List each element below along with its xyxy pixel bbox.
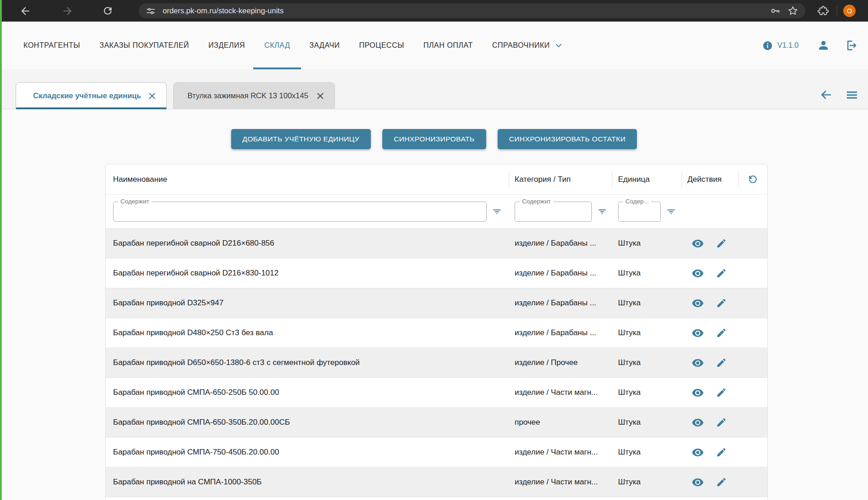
category-filter-input[interactable] [515, 202, 591, 221]
filter-icon[interactable] [597, 207, 607, 216]
filter-icon[interactable] [492, 207, 502, 216]
close-tab-icon[interactable] [147, 91, 157, 101]
user-profile-icon[interactable] [817, 39, 830, 52]
nav-item-directories[interactable]: СПРАВОЧНИКИ [492, 22, 563, 69]
table-row: Барабан перегибной сварной D216×680-856 … [106, 229, 767, 258]
info-icon[interactable] [762, 40, 773, 51]
tab-strip: Складские учётные единицы Втулка зажимна… [0, 69, 868, 109]
row-actions [681, 476, 738, 489]
row-actions [681, 387, 738, 399]
nav-item-customer-orders[interactable]: ЗАКАЗЫ ПОКУПАТЕЛЕЙ [100, 22, 189, 69]
extensions-icon[interactable] [817, 5, 829, 17]
tab-stock-keeping-units[interactable]: Складские учётные единицы [16, 82, 167, 109]
row-category: прочее [509, 418, 612, 427]
tabs-back-arrow-icon[interactable] [819, 88, 833, 101]
add-unit-button[interactable]: ДОБАВИТЬ УЧЁТНУЮ ЕДИНИЦУ [231, 129, 371, 149]
row-actions [681, 237, 738, 250]
password-key-icon[interactable] [769, 5, 782, 17]
filter-icon[interactable] [666, 207, 676, 216]
row-name: Барабан приводной D650×650-1380-6 ст3 с … [106, 358, 509, 367]
nav-item-contragents[interactable]: КОНТРАГЕНТЫ [23, 22, 80, 69]
chevron-down-icon [554, 41, 563, 50]
screen-capture-strip [0, 0, 2, 500]
unit-filter-input[interactable] [618, 202, 660, 221]
table-refresh-icon[interactable] [738, 164, 767, 194]
name-filter-field: Содержит [113, 202, 487, 222]
table-row: Барабан перегибной сварной D216×830-1012… [106, 258, 767, 288]
edit-pencil-icon[interactable] [716, 417, 727, 428]
edit-pencil-icon[interactable] [716, 477, 727, 488]
row-name: Барабан приводной на СМПА-1000-350Б [106, 478, 509, 487]
table-row: Барабан приводной на СМПА-1000-350Б изде… [106, 467, 767, 497]
row-name: Барабан перегибной сварной D216×830-1012 [106, 269, 509, 278]
header-name: Наименование [106, 164, 509, 194]
row-unit: Штука [612, 239, 681, 248]
row-category: изделие / Барабаны ... [509, 328, 612, 337]
synchronize-button[interactable]: СИНХРОНИЗИРОВАТЬ [382, 129, 486, 149]
row-unit: Штука [612, 328, 681, 337]
row-unit: Штука [612, 358, 681, 367]
synchronize-stock-button[interactable]: СИНХРОНИЗИРОВАТЬ ОСТАТКИ [498, 129, 637, 149]
table-body: Барабан перегибной сварной D216×680-856 … [106, 229, 767, 497]
browser-address-bar[interactable]: orders.pk-om.ru/stock-keeping-units [139, 3, 806, 18]
sku-table: Наименование Категория / Тип Единица Дей… [105, 164, 768, 500]
row-name: Барабан приводной D325×947 [106, 298, 509, 308]
app-navigation: КОНТРАГЕНТЫ ЗАКАЗЫ ПОКУПАТЕЛЕЙ ИЗДЕЛИЯ С… [0, 22, 868, 69]
table-row: Барабан приводной СМПА-750-450Б.20.00.00… [106, 438, 767, 467]
name-filter-input[interactable] [113, 202, 486, 221]
row-name: Барабан приводной СМПА-650-250Б 50.00.00 [106, 388, 509, 397]
view-eye-icon[interactable] [692, 446, 704, 459]
row-unit: Штука [612, 298, 681, 308]
row-name: Барабан приводной СМПА-650-350Б.20.00.00… [106, 418, 509, 427]
url-text[interactable]: orders.pk-om.ru/stock-keeping-units [163, 6, 284, 15]
nav-item-tasks[interactable]: ЗАДАЧИ [309, 22, 340, 69]
row-name: Барабан приводной D480×250 Ст3 без вала [106, 328, 509, 337]
edit-pencil-icon[interactable] [716, 268, 727, 279]
row-unit: Штука [612, 478, 681, 487]
row-actions [681, 267, 738, 280]
site-info-icon[interactable] [145, 6, 156, 17]
row-actions [681, 297, 738, 309]
table-row: Барабан приводной СМПА-650-250Б 50.00.00… [106, 378, 767, 408]
tabs-menu-icon[interactable] [845, 89, 858, 101]
header-unit: Единица [612, 164, 681, 194]
nav-item-warehouse[interactable]: СКЛАД [264, 22, 290, 69]
browser-forward-button[interactable] [61, 5, 74, 17]
view-eye-icon[interactable] [692, 327, 704, 339]
browser-refresh-button[interactable] [101, 5, 114, 17]
edit-pencil-icon[interactable] [716, 447, 727, 458]
row-name: Барабан перегибной сварной D216×680-856 [106, 239, 509, 248]
table-header-row: Наименование Категория / Тип Единица Дей… [106, 164, 767, 194]
table-row-partial [106, 497, 767, 500]
row-name: Барабан приводной СМПА-750-450Б.20.00.00 [106, 448, 509, 457]
view-eye-icon[interactable] [692, 267, 704, 280]
table-row: Барабан приводной D650×650-1380-6 ст3 с … [106, 348, 767, 378]
view-eye-icon[interactable] [692, 476, 704, 489]
table-row: Барабан приводной D325×947 изделие / Бар… [106, 288, 767, 318]
toolbar-divider [837, 6, 837, 16]
tab-product-detail[interactable]: Втулка зажимная RCK 13 100x145 [173, 82, 335, 109]
logout-icon[interactable] [845, 39, 857, 52]
edit-pencil-icon[interactable] [716, 327, 727, 338]
browser-profile-avatar[interactable]: O [843, 5, 856, 17]
view-eye-icon[interactable] [692, 357, 704, 369]
nav-item-products[interactable]: ИЗДЕЛИЯ [209, 22, 245, 69]
nav-item-processes[interactable]: ПРОЦЕССЫ [359, 22, 404, 69]
edit-pencil-icon[interactable] [716, 238, 727, 249]
edit-pencil-icon[interactable] [716, 387, 727, 398]
row-category: изделие / Барабаны ... [509, 298, 612, 308]
view-eye-icon[interactable] [692, 416, 704, 429]
edit-pencil-icon[interactable] [716, 298, 727, 309]
view-eye-icon[interactable] [692, 237, 704, 250]
browser-back-button[interactable] [19, 5, 32, 17]
bookmark-star-icon[interactable] [786, 5, 799, 17]
view-eye-icon[interactable] [692, 297, 704, 309]
edit-pencil-icon[interactable] [716, 357, 727, 368]
nav-item-payment-plan[interactable]: ПЛАН ОПЛАТ [424, 22, 473, 69]
row-category: изделие / Барабаны ... [509, 239, 612, 248]
view-eye-icon[interactable] [692, 387, 704, 399]
table-filter-row: Содержит Содержит Содер... [106, 194, 767, 229]
category-filter-label: Содержит [520, 198, 553, 205]
close-tab-icon[interactable] [315, 91, 325, 101]
unit-filter-field: Содер... [618, 202, 661, 222]
